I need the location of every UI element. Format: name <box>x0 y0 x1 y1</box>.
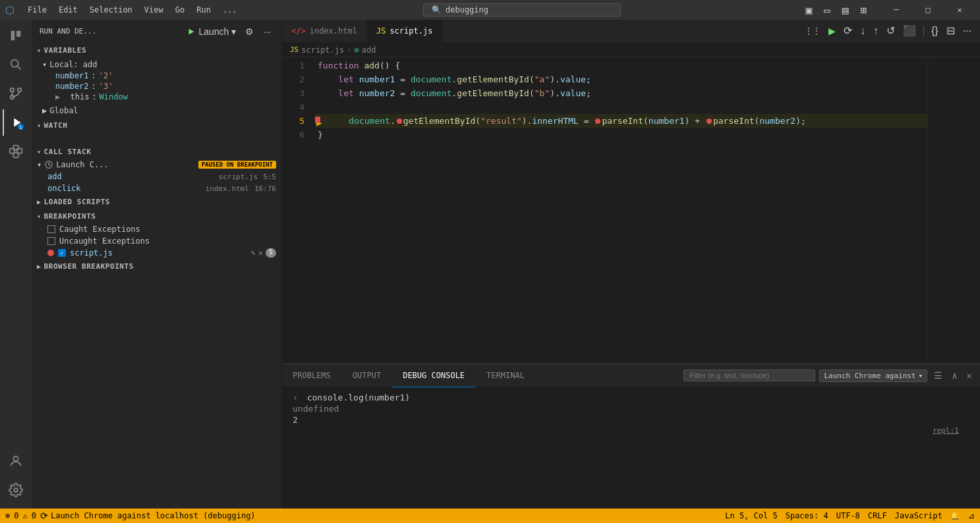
paren-2: ). <box>550 72 560 86</box>
caught-label: Caught Exceptions <box>59 225 140 234</box>
uncaught-checkbox[interactable] <box>47 237 55 245</box>
editor-split-button[interactable]: ⊟ <box>943 23 958 38</box>
caught-checkbox[interactable] <box>47 225 55 233</box>
activity-source-control[interactable] <box>3 80 29 107</box>
callstack-frame-add[interactable]: add script.js 5:5 <box>32 171 281 182</box>
console-list-icon[interactable]: ☰ <box>931 369 945 382</box>
broadcast-icon[interactable]: ⊿ <box>968 511 975 520</box>
menu-view[interactable]: View <box>139 4 169 16</box>
debug-restart[interactable]: ↺ <box>883 23 898 38</box>
breakpoints-header[interactable]: ▾ BREAKPOINTS <box>32 209 281 223</box>
code-content[interactable]: function add () { let number1 = document… <box>315 57 927 364</box>
layout-icon-1[interactable]: ▣ <box>801 4 816 16</box>
tab-script-js[interactable]: JS script.js <box>367 20 442 42</box>
code-editor[interactable]: 1 2 3 4 5 6 function add () { <box>282 57 980 364</box>
bp-red-dot <box>47 250 54 256</box>
launch-label: Launch <box>198 26 229 37</box>
tab-problems-label: PROBLEMS <box>293 371 331 380</box>
eq-1: = <box>400 72 405 86</box>
thread-name: Launch C... <box>56 160 108 169</box>
number1-value: '2' <box>99 71 113 80</box>
bp-blue-check[interactable]: ✓ <box>58 249 66 257</box>
variables-header[interactable]: ▾ VARIABLES <box>32 43 281 57</box>
more-options-button[interactable]: ··· <box>260 25 274 38</box>
frame-onclick-line: 16:76 <box>254 184 276 193</box>
tab-index-html[interactable]: </> index.html <box>282 20 367 42</box>
gear-config-button[interactable]: ⚙ <box>243 25 256 38</box>
callstack-header[interactable]: ▾ CALL STACK <box>32 144 281 159</box>
bottom-panel: PROBLEMS OUTPUT DEBUG CONSOLE TERMINAL <box>282 364 980 509</box>
launch-filter-select[interactable]: Launch Chrome against ▾ <box>819 370 927 382</box>
var-number2: number2 <box>359 86 395 100</box>
debug-step-into[interactable]: ↓ <box>857 24 869 38</box>
debug-stop[interactable]: ⬛ <box>900 23 919 38</box>
watch-header[interactable]: ▾ WATCH <box>32 118 281 132</box>
activity-search[interactable] <box>3 51 29 78</box>
tab-output[interactable]: OUTPUT <box>342 364 392 387</box>
menu-file[interactable]: File <box>22 4 52 16</box>
code-line-5: ▶ document . getElementById ( "result" )… <box>315 114 927 128</box>
restore-button[interactable]: □ <box>913 0 943 20</box>
panel-close-icon[interactable]: ✕ <box>964 369 975 382</box>
editor-layout-button[interactable]: {} <box>928 24 942 38</box>
debug-continue[interactable]: ▶ <box>825 24 839 38</box>
layout-icon-3[interactable]: ▤ <box>838 4 853 16</box>
code-line-4 <box>315 100 927 114</box>
loaded-scripts-header[interactable]: ▶ LOADED SCRIPTS <box>32 194 281 209</box>
status-right: Ln 5, Col 5 Spaces: 4 UTF-8 CRLF JavaScr… <box>725 511 975 520</box>
debug-status-item[interactable]: ⟳ Launch Chrome against localhost (debug… <box>40 510 256 521</box>
notifications-icon[interactable]: 🔔 <box>950 511 960 520</box>
start-debugging-button[interactable]: Launch ▾ <box>184 25 239 38</box>
str-a: "a" <box>534 72 550 86</box>
language-mode[interactable]: JavaScript <box>895 511 942 520</box>
tab-debug-console[interactable]: DEBUG CONSOLE <box>392 364 476 387</box>
menu-more[interactable]: ... <box>217 4 243 16</box>
html-file-icon: </> <box>291 26 306 36</box>
tab-problems[interactable]: PROBLEMS <box>282 364 342 387</box>
minimize-button[interactable]: ─ <box>881 0 911 20</box>
layout-icon-4[interactable]: ⊞ <box>856 4 871 16</box>
activity-settings[interactable] <box>3 477 29 503</box>
callstack-frame-onclick[interactable]: onclick index.html 16:76 <box>32 182 281 194</box>
debug-dot-2 <box>595 119 600 124</box>
number1-name: number1 <box>55 71 89 80</box>
global-search-box[interactable]: 🔍 debugging <box>423 3 621 16</box>
menu-go[interactable]: Go <box>170 4 190 16</box>
tab-terminal[interactable]: TERMINAL <box>476 364 536 387</box>
number1-var: number1 : '2' <box>32 70 281 81</box>
debug-hamburger[interactable]: ⋮⋮ <box>801 25 824 37</box>
menu-run[interactable]: Run <box>191 4 216 16</box>
debug-step-over[interactable]: ⟳ <box>840 23 855 38</box>
close-button[interactable]: ✕ <box>944 0 975 20</box>
menu-selection[interactable]: Selection <box>84 4 138 16</box>
repl-reference[interactable]: repl:1 <box>293 426 969 435</box>
debug-step-out[interactable]: ↑ <box>870 24 882 38</box>
console-undefined: undefined <box>293 404 339 414</box>
activity-run-debug[interactable]: 1 <box>3 109 29 136</box>
callstack-thread[interactable]: ▾ Launch C... PAUSED ON BREAKPOINT <box>32 159 281 171</box>
error-icon: ⊗ <box>5 511 10 520</box>
menu-edit[interactable]: Edit <box>53 4 83 16</box>
uncaught-exceptions-item: Uncaught Exceptions <box>32 235 281 247</box>
cursor-position: Ln 5, Col 5 <box>725 511 777 520</box>
activity-account[interactable] <box>3 448 29 474</box>
browser-bp-header[interactable]: ▶ BROWSER BREAKPOINTS <box>32 259 281 273</box>
local-add-header[interactable]: ▾ Local: add <box>32 59 281 70</box>
editor-more-button[interactable]: ··· <box>960 24 975 38</box>
breadcrumb-js-icon: JS <box>290 45 299 54</box>
bp-edit-icon[interactable]: ✎ <box>251 248 256 258</box>
console-collapse-icon[interactable]: ∧ <box>949 369 960 382</box>
prop-value-1: value <box>560 72 586 86</box>
global-header[interactable]: ▶ Global <box>32 105 281 117</box>
console-content[interactable]: › console.log(number1) undefined 2 repl:… <box>282 387 980 509</box>
layout-icon-2[interactable]: ▭ <box>820 4 834 16</box>
local-chevron: ▾ <box>42 60 47 69</box>
breadcrumb: JS script.js › ⊙ add <box>282 43 980 57</box>
closing-brace: } <box>318 128 323 142</box>
bp-delete-icon[interactable]: ✕ <box>258 248 263 258</box>
paren-5a: ( <box>475 114 480 128</box>
activity-explorer[interactable] <box>3 22 29 49</box>
console-filter-input[interactable] <box>683 370 815 381</box>
activity-extensions[interactable] <box>3 138 29 165</box>
launch-filter-chevron: ▾ <box>919 372 923 380</box>
